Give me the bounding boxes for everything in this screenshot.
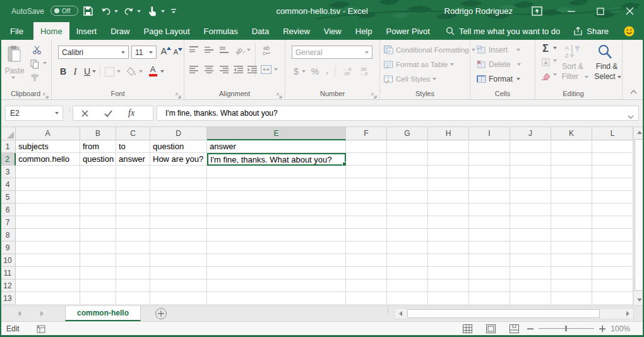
cell-C13[interactable] xyxy=(116,292,150,305)
cell-G6[interactable] xyxy=(387,204,428,216)
sheet-prev-arrow[interactable] xyxy=(18,306,21,321)
underline-dropdown[interactable] xyxy=(92,70,96,73)
cell-G11[interactable] xyxy=(387,267,428,279)
cell-D4[interactable] xyxy=(150,178,207,191)
cell-E9[interactable] xyxy=(207,242,346,254)
column-header-A[interactable]: A xyxy=(16,127,80,140)
font-dialog-launcher[interactable] xyxy=(176,90,182,97)
cell-L11[interactable] xyxy=(592,267,633,279)
cell-J13[interactable] xyxy=(510,292,551,305)
underline-button[interactable]: U xyxy=(83,66,91,77)
row-header-12[interactable]: 12 xyxy=(0,279,16,292)
sort-filter-button[interactable]: AZ xyxy=(564,44,581,60)
cell-E7[interactable] xyxy=(207,216,346,229)
cell-L2[interactable] xyxy=(592,153,633,166)
font-color-dropdown[interactable] xyxy=(160,70,164,73)
cell-C11[interactable] xyxy=(116,267,150,279)
center-button[interactable] xyxy=(205,66,213,73)
cell-A9[interactable] xyxy=(16,242,80,254)
vertical-scroll-thumb[interactable] xyxy=(635,139,643,291)
clipboard-dialog-launcher[interactable] xyxy=(43,90,49,97)
cell-H12[interactable] xyxy=(428,279,469,292)
scroll-left-arrow[interactable] xyxy=(395,309,406,319)
cell-K1[interactable] xyxy=(551,140,592,153)
decrease-decimal-button[interactable]: .00→.0 xyxy=(356,66,370,77)
cell-C4[interactable] xyxy=(116,178,150,191)
cell-G5[interactable] xyxy=(387,191,428,204)
align-left-button[interactable] xyxy=(189,66,198,73)
cell-K8[interactable] xyxy=(551,229,592,242)
cell-B6[interactable] xyxy=(80,204,116,216)
column-header-J[interactable]: J xyxy=(510,127,551,140)
zoom-in-button[interactable] xyxy=(599,326,605,332)
cell-A1[interactable]: subjects xyxy=(16,140,80,153)
cell-E13[interactable] xyxy=(207,292,346,305)
cell-J4[interactable] xyxy=(510,178,551,191)
insert-cells-button[interactable]: Insert xyxy=(477,46,520,54)
cell-L4[interactable] xyxy=(592,178,633,191)
scroll-right-arrow[interactable] xyxy=(622,309,633,319)
tell-me-box[interactable]: Tell me what you want to do xyxy=(446,22,560,40)
cell-K13[interactable] xyxy=(551,292,592,305)
cell-A6[interactable] xyxy=(16,204,80,216)
column-header-H[interactable]: H xyxy=(428,127,469,140)
cell-K11[interactable] xyxy=(551,267,592,279)
cell-B8[interactable] xyxy=(80,229,116,242)
cell-K6[interactable] xyxy=(551,204,592,216)
horizontal-scrollbar[interactable] xyxy=(394,308,634,319)
ribbon-tab-page-layout[interactable]: Page Layout xyxy=(137,22,197,40)
paste-button[interactable] xyxy=(5,44,24,65)
cell-B5[interactable] xyxy=(80,191,116,204)
italic-button[interactable]: I xyxy=(72,66,78,77)
ribbon-tab-insert[interactable]: Insert xyxy=(69,22,104,40)
row-header-10[interactable]: 10 xyxy=(0,254,16,267)
ribbon-tab-review[interactable]: Review xyxy=(276,22,317,40)
cell-E6[interactable] xyxy=(207,204,346,216)
cell-F8[interactable] xyxy=(346,229,387,242)
cell-C6[interactable] xyxy=(116,204,150,216)
cell-B12[interactable] xyxy=(80,279,116,292)
cell-H4[interactable] xyxy=(428,178,469,191)
column-header-D[interactable]: D xyxy=(150,127,207,140)
orientation-dropdown[interactable] xyxy=(247,49,251,51)
column-header-K[interactable]: K xyxy=(551,127,592,140)
ribbon-tab-file[interactable]: File xyxy=(0,22,33,40)
macro-record-icon[interactable] xyxy=(37,324,45,336)
fill-color-button[interactable] xyxy=(126,66,137,77)
cell-L3[interactable] xyxy=(592,166,633,178)
cell-F13[interactable] xyxy=(346,292,387,305)
top-align-button[interactable] xyxy=(189,46,198,54)
cell-J5[interactable] xyxy=(510,191,551,204)
cell-H6[interactable] xyxy=(428,204,469,216)
cell-F2[interactable] xyxy=(346,153,387,166)
cell-D2[interactable]: How are you? xyxy=(150,153,207,166)
cell-B11[interactable] xyxy=(80,267,116,279)
cell-I6[interactable] xyxy=(469,204,510,216)
cell-F3[interactable] xyxy=(346,166,387,178)
cell-A11[interactable] xyxy=(16,267,80,279)
font-name-combo[interactable]: Calibri xyxy=(58,46,129,59)
zoom-slider[interactable] xyxy=(539,328,594,329)
cell-L7[interactable] xyxy=(592,216,633,229)
cell-J12[interactable] xyxy=(510,279,551,292)
cell-K5[interactable] xyxy=(551,191,592,204)
percent-style-button[interactable]: % xyxy=(311,66,319,77)
cell-I4[interactable] xyxy=(469,178,510,191)
orientation-button[interactable]: ab xyxy=(235,45,245,55)
select-all-corner[interactable] xyxy=(0,127,16,140)
cell-B3[interactable] xyxy=(80,166,116,178)
cell-A2[interactable]: common.hello xyxy=(16,153,80,166)
zoom-out-button[interactable] xyxy=(527,326,534,332)
row-header-7[interactable]: 7 xyxy=(0,216,16,229)
cell-G9[interactable] xyxy=(387,242,428,254)
insert-function-button[interactable]: fx xyxy=(128,108,134,118)
cell-G4[interactable] xyxy=(387,178,428,191)
cell-D11[interactable] xyxy=(150,267,207,279)
cell-E10[interactable] xyxy=(207,254,346,267)
cell-I12[interactable] xyxy=(469,279,510,292)
normal-view-icon[interactable] xyxy=(463,324,472,333)
cell-H13[interactable] xyxy=(428,292,469,305)
cell-B4[interactable] xyxy=(80,178,116,191)
cell-I7[interactable] xyxy=(469,216,510,229)
horizontal-scroll-thumb[interactable] xyxy=(407,309,600,318)
